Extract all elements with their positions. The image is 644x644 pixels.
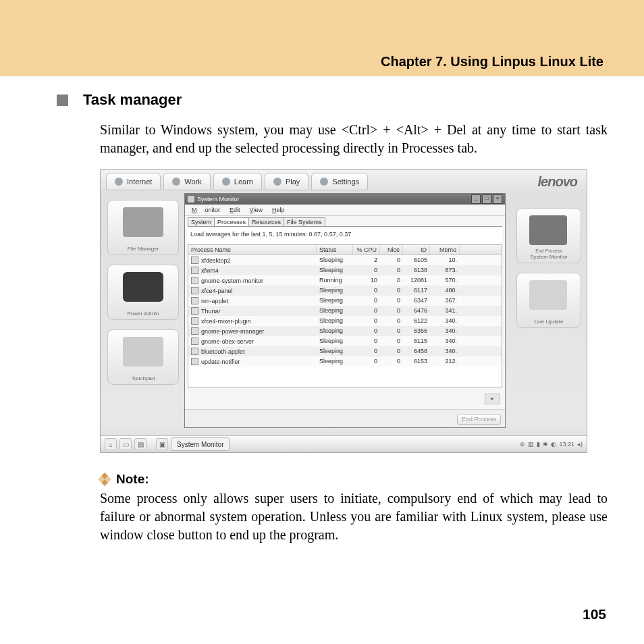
table-row[interactable]: gnome-system-monitorRunning10012081570.	[188, 275, 502, 286]
process-cpu: 0	[353, 296, 380, 306]
launcher-system-monitor[interactable]: End ProcessSystem Monitor	[516, 208, 581, 263]
col-cpu[interactable]: % CPU	[353, 245, 380, 254]
process-memory: 480.	[430, 286, 460, 296]
process-cpu: 10	[353, 275, 380, 286]
brand-logo: lenovo	[538, 174, 581, 190]
home-button[interactable]: ⌂	[105, 438, 117, 450]
col-memory[interactable]: Memo	[430, 245, 460, 254]
col-nice[interactable]: Nice	[380, 245, 403, 254]
process-id: 6458	[403, 346, 430, 356]
learn-icon	[222, 178, 230, 186]
maximize-button[interactable]: □	[482, 194, 491, 204]
process-status: Sleeping	[317, 296, 353, 306]
bluetooth-icon[interactable]: ✱	[543, 441, 548, 448]
tab-label: Play	[286, 178, 300, 186]
tab-learn[interactable]: Learn	[213, 173, 262, 190]
show-desktop-button[interactable]: ▭	[119, 438, 132, 450]
minimize-button[interactable]: _	[471, 194, 481, 204]
app-icon	[188, 196, 194, 203]
process-cpu: 0	[353, 306, 380, 316]
table-row[interactable]: ThunarSleeping006476341.	[188, 306, 502, 316]
menubar: Monitor Edit View Help	[185, 205, 505, 216]
scroll-right-icon[interactable]: ▸	[485, 394, 500, 404]
process-id: 6122	[403, 316, 430, 326]
table-row[interactable]: gnome-power-managerSleeping006356340.	[188, 326, 502, 336]
process-name: xfdesktop2	[201, 257, 231, 264]
right-launcher-column: End ProcessSystem Monitor Live Update	[516, 208, 580, 328]
tab-settings[interactable]: Settings	[311, 173, 368, 190]
battery-icon	[123, 272, 163, 302]
process-nice: 0	[380, 316, 403, 326]
table-row[interactable]: gnome-obex-serverSleeping006115340.	[188, 336, 502, 346]
tab-label: Settings	[332, 178, 359, 186]
speaker-icon[interactable]: ◂)	[577, 441, 583, 448]
process-memory: 340.	[430, 336, 460, 346]
clock[interactable]: 13:21	[559, 441, 574, 448]
process-id: 6476	[403, 306, 430, 316]
launcher-touchpad[interactable]: Touchpad	[107, 329, 179, 385]
process-icon	[191, 257, 198, 264]
launcher-power-admin[interactable]: Power Admin	[107, 265, 179, 320]
subtab-resources[interactable]: Resources	[248, 217, 284, 226]
table-row[interactable]: nm-appletSleeping006347367.	[188, 296, 502, 306]
table-row[interactable]: bluetooth-appletSleeping006458340.	[188, 346, 502, 356]
process-memory: 340.	[430, 326, 460, 336]
table-row[interactable]: update-notifierSleeping006153212.	[188, 356, 502, 367]
process-name: nm-applet	[201, 298, 228, 304]
task-label: System Monitor	[177, 441, 223, 448]
process-cpu: 0	[353, 316, 380, 326]
process-icon	[191, 267, 198, 274]
menu-edit[interactable]: Edit	[225, 206, 244, 214]
process-id: 6117	[403, 286, 430, 296]
process-name: xfwm4	[201, 267, 219, 274]
process-icon	[191, 327, 198, 335]
col-status[interactable]: Status	[317, 245, 353, 254]
taskbar-task[interactable]: System Monitor	[171, 437, 230, 451]
files-button[interactable]: ▤	[134, 438, 146, 450]
col-process-name[interactable]: Process Name	[188, 245, 317, 254]
table-row[interactable]: xfce4-mixer-pluginSleeping006122340.	[188, 316, 502, 326]
process-cpu: 2	[353, 255, 380, 265]
launcher-live-update[interactable]: Live Update	[516, 273, 581, 328]
window-titlebar[interactable]: System Monitor _ □ ×	[185, 194, 505, 205]
process-icon	[191, 338, 198, 345]
process-icon	[191, 307, 198, 315]
menu-help[interactable]: Help	[268, 206, 289, 214]
col-id[interactable]: ID	[403, 245, 430, 254]
task-icon[interactable]: ▣	[156, 438, 168, 450]
network-icon[interactable]: ⊚	[520, 441, 525, 448]
table-row[interactable]: xfwm4Sleeping006138873.	[188, 265, 502, 275]
table-row[interactable]: xfdesktop2Sleeping20610510.	[188, 255, 502, 265]
end-process-button[interactable]: End Process	[457, 414, 501, 425]
subtab-filesystems[interactable]: File Systems	[284, 217, 325, 226]
battery-icon[interactable]: ▮	[537, 441, 540, 448]
volume-icon[interactable]: ◐	[551, 441, 556, 448]
display-icon[interactable]: ▥	[528, 441, 534, 448]
process-memory: 212.	[430, 356, 460, 367]
note-label: Note:	[116, 472, 149, 487]
process-memory: 340.	[430, 316, 460, 326]
tab-internet[interactable]: Internet	[106, 173, 161, 190]
table-row[interactable]: xfce4-panelSleeping006117480.	[188, 286, 502, 296]
subtabs: System Processes Resources File Systems	[185, 216, 505, 226]
menu-view[interactable]: View	[246, 206, 267, 214]
process-id: 6138	[403, 265, 430, 275]
process-icon	[191, 358, 198, 365]
tab-play[interactable]: Play	[265, 173, 308, 190]
process-id: 6153	[403, 356, 430, 367]
subtab-system[interactable]: System	[188, 217, 215, 226]
system-monitor-window: System Monitor _ □ × Monitor Edit View H…	[184, 193, 506, 428]
process-cpu: 0	[353, 346, 380, 356]
note-paragraph: Some process only allows super users to …	[100, 489, 608, 544]
process-nice: 0	[380, 296, 403, 306]
process-name: bluetooth-applet	[201, 348, 245, 355]
close-button[interactable]: ×	[493, 194, 502, 204]
launcher-label: Touchpad	[108, 375, 178, 381]
subtab-processes[interactable]: Processes	[214, 217, 249, 226]
menu-monitor[interactable]: Monitor	[188, 206, 224, 214]
process-id: 6347	[403, 296, 430, 306]
update-icon	[529, 280, 567, 310]
tab-work[interactable]: Work	[163, 173, 210, 190]
section-bullet-icon	[57, 95, 68, 106]
launcher-file-manager[interactable]: File Manager	[107, 200, 179, 255]
